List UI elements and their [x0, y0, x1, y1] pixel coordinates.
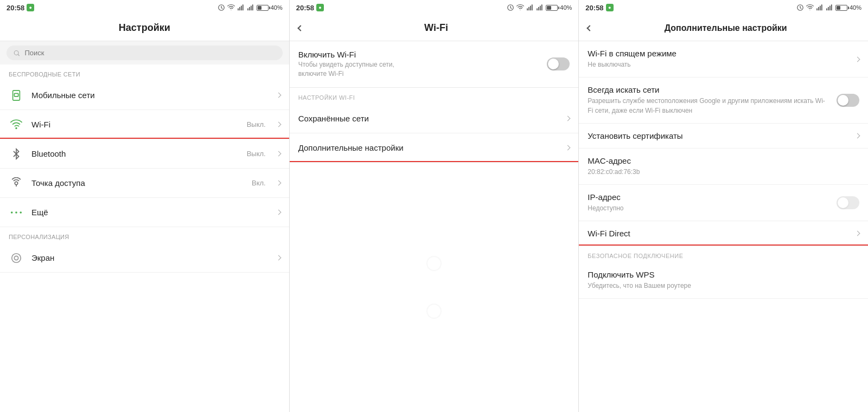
- svg-rect-24: [537, 8, 538, 10]
- sim-icon: [9, 89, 24, 101]
- signal-icon-6: [826, 4, 833, 11]
- status-time-3: 20:58: [585, 4, 603, 12]
- screen-icon: [9, 252, 24, 264]
- mac-sub: 20:82:c0:ad:76:3b: [588, 167, 859, 177]
- wifi-sleep-content: Wi-Fi в спящем режиме Не выключать: [588, 49, 849, 69]
- wifi-icon: [9, 119, 24, 131]
- svg-rect-11: [14, 93, 18, 96]
- settings-item-wps[interactable]: Подключить WPS Убедитесь, что на Вашем р…: [579, 262, 868, 299]
- search-input[interactable]: [24, 49, 276, 57]
- chevron-mobile: [276, 93, 281, 98]
- svg-point-17: [12, 253, 21, 262]
- status-bar-3: 20:58 ● 40%: [579, 0, 868, 15]
- battery-3: [835, 5, 847, 11]
- saved-networks-label: Сохранённые сети: [298, 114, 566, 123]
- additional-settings-panel: 20:58 ● 40% Дополнительные настройки Wi-…: [579, 0, 868, 412]
- wifidirect-content: Wi-Fi Direct: [588, 229, 849, 238]
- svg-rect-25: [538, 7, 539, 10]
- settings-item-ip: IP-адрес Недоступно: [579, 185, 868, 221]
- wifi-sleep-sub: Не выключать: [588, 60, 849, 69]
- wifi-badge: Выкл.: [247, 120, 266, 128]
- always-scan-title: Всегда искать сети: [588, 85, 830, 94]
- status-left-2: 20:58 ●: [296, 4, 324, 12]
- signal-icon-5: [816, 4, 824, 11]
- hotspot-badge: Вкл.: [252, 179, 266, 187]
- svg-point-16: [20, 211, 22, 214]
- svg-rect-6: [249, 7, 250, 10]
- hotspot-icon: [9, 177, 24, 189]
- certificates-content: Установить сертификаты: [588, 131, 849, 140]
- wifi-status-icon: [227, 4, 235, 11]
- wifi-enable-row: Включить Wi-Fi Чтобы увидеть доступные с…: [290, 41, 579, 88]
- settings-panel: 20:58 ● 40% Настройки БЕСПРОВОДНЫЕ СЕТИ: [0, 0, 290, 412]
- chevron-advanced: [565, 145, 571, 150]
- signal-icon-2: [247, 4, 254, 11]
- battery-1: [257, 5, 269, 11]
- svg-point-12: [16, 127, 17, 128]
- wifi-status-icon-2: [516, 4, 524, 11]
- chevron-wifi: [276, 122, 281, 127]
- settings-item-wifidirect[interactable]: Wi-Fi Direct: [579, 221, 868, 246]
- sidebar-item-bluetooth[interactable]: Bluetooth Выкл.: [0, 139, 289, 169]
- always-scan-toggle[interactable]: [837, 94, 859, 107]
- certificates-title: Установить сертификаты: [588, 131, 849, 140]
- status-bar-2: 20:58 ● 40%: [290, 0, 579, 15]
- status-bar-1: 20:58 ● 40%: [0, 0, 289, 15]
- wps-content: Подключить WPS Убедитесь, что на Вашем р…: [588, 270, 859, 291]
- bluetooth-label: Bluetooth: [31, 149, 239, 158]
- svg-rect-3: [241, 6, 242, 11]
- additional-title: Дополнительные настройки: [592, 23, 859, 33]
- svg-rect-31: [820, 6, 821, 11]
- svg-rect-4: [242, 4, 244, 10]
- wifi-item-saved[interactable]: Сохранённые сети: [290, 104, 579, 133]
- svg-rect-26: [540, 6, 541, 11]
- status-left-1: 20:58 ●: [7, 4, 34, 12]
- settings-item-wifi-sleep[interactable]: Wi-Fi в спящем режиме Не выключать: [579, 41, 868, 78]
- status-right-3: 40%: [796, 4, 861, 11]
- svg-rect-5: [247, 8, 248, 10]
- sidebar-item-more[interactable]: Ещё: [0, 198, 289, 227]
- wifi-item-advanced[interactable]: Дополнительные настройки: [290, 133, 579, 163]
- battery-pct-1: 40%: [271, 4, 283, 11]
- always-scan-sub: Разрешить службе местоположения Google и…: [588, 96, 830, 115]
- back-button-wifi[interactable]: [298, 26, 303, 30]
- green-dot-1: ●: [27, 4, 34, 11]
- screen-label: Экран: [31, 253, 269, 262]
- wifi-enable-text: Включить Wi-Fi Чтобы увидеть доступные с…: [298, 50, 541, 79]
- wifi-label: Wi-Fi: [31, 120, 239, 129]
- settings-item-certificates[interactable]: Установить сертификаты: [579, 124, 868, 149]
- chevron-wifi-sleep: [855, 56, 860, 62]
- svg-rect-20: [527, 8, 528, 10]
- ip-content: IP-адрес Недоступно: [588, 192, 830, 213]
- ip-toggle[interactable]: [837, 196, 859, 209]
- sidebar-item-mobile[interactable]: Мобильные сети: [0, 81, 289, 110]
- additional-header: Дополнительные настройки: [579, 15, 868, 41]
- hotspot-label: Точка доступа: [31, 178, 244, 188]
- svg-rect-2: [239, 7, 240, 10]
- ip-sub: Недоступно: [588, 203, 830, 213]
- wifi-header: Wi-Fi: [290, 15, 579, 41]
- alarm-icon-3: [796, 4, 804, 11]
- sidebar-item-screen[interactable]: Экран: [0, 243, 289, 273]
- sidebar-item-wifi[interactable]: Wi-Fi Выкл.: [0, 110, 289, 139]
- wifi-panel: 20:58 ● 40% Wi-Fi Включить Wi-Fi Чтобы у…: [290, 0, 579, 412]
- svg-rect-21: [528, 7, 529, 10]
- sidebar-item-hotspot[interactable]: Точка доступа Вкл.: [0, 169, 289, 198]
- always-scan-content: Всегда искать сети Разрешить службе мест…: [588, 85, 830, 115]
- settings-title: Настройки: [9, 22, 280, 34]
- search-wrap[interactable]: [7, 46, 283, 60]
- svg-rect-34: [828, 7, 829, 10]
- settings-item-always-scan[interactable]: Всегда искать сети Разрешить службе мест…: [579, 78, 868, 124]
- alarm-icon: [218, 4, 225, 11]
- back-button-additional[interactable]: [588, 26, 592, 30]
- svg-rect-32: [821, 4, 822, 10]
- signal-icon: [237, 4, 245, 11]
- svg-point-14: [11, 211, 13, 214]
- wifi-toggle[interactable]: [547, 57, 570, 70]
- settings-header: Настройки: [0, 15, 289, 41]
- svg-rect-33: [826, 8, 827, 10]
- secure-section-label: БЕЗОПАСНОЕ ПОДКЛЮЧЕНИЕ: [579, 246, 868, 262]
- settings-item-mac: MAC-адрес 20:82:c0:ad:76:3b: [579, 149, 868, 185]
- wps-title: Подключить WPS: [588, 270, 859, 279]
- search-bar: [0, 41, 289, 65]
